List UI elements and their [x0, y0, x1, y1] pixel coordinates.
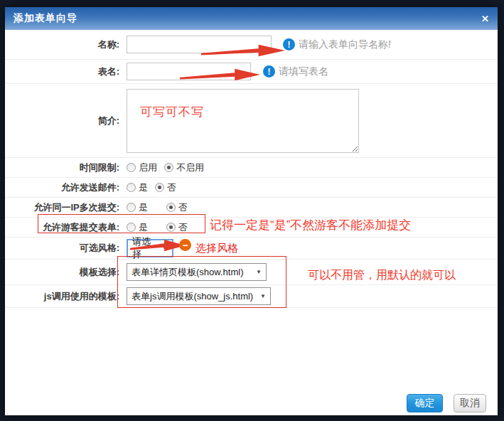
template-label: 模板选择: — [5, 266, 119, 279]
field-row-time-limit: 时间限制: 启用 不启用 — [5, 158, 498, 178]
guest-annotation-note: 记得一定是“是”不然游客不能添加提交 — [210, 217, 411, 233]
dialog-titlebar: 添加表单向导 ✕ — [5, 7, 498, 30]
annotation-arrow-icon — [180, 68, 260, 83]
info-icon: ! — [263, 65, 275, 78]
ok-button[interactable]: 确定 — [407, 394, 443, 412]
allow-multi-ip-label: 允许同一IP多次提交: — [5, 201, 119, 214]
js-template-label: js调用使用的模板: — [5, 290, 119, 303]
table-name-label: 表名: — [5, 65, 119, 78]
intro-annotation-note: 可写可不写 — [140, 104, 204, 120]
close-icon[interactable]: ✕ — [481, 14, 489, 23]
radio-label: 是 — [139, 201, 148, 214]
minus-circle-icon: − — [179, 239, 191, 251]
style-annotation-note: 选择风格 — [195, 242, 238, 255]
radio-label: 否 — [167, 181, 176, 194]
template-annotation-note: 可以不用管，用默认的就可以 — [308, 268, 456, 283]
intro-textarea[interactable] — [127, 89, 359, 153]
field-row-intro: 简介: — [5, 84, 498, 158]
guest-annotation-box — [38, 214, 205, 233]
style-label: 可选风格: — [5, 242, 119, 255]
radio-label: 否 — [178, 201, 188, 214]
annotation-arrow-icon — [201, 43, 285, 59]
radio-option-yes[interactable]: 是 — [127, 181, 148, 194]
allow-email-label: 允许发送邮件: — [5, 181, 119, 194]
radio-option-enable[interactable]: 启用 — [127, 161, 157, 174]
radio-icon[interactable] — [164, 163, 173, 172]
radio-icon[interactable] — [127, 183, 136, 192]
name-hint: 请输入表单向导名称! — [299, 38, 391, 51]
radio-option-no[interactable]: 否 — [155, 181, 176, 194]
intro-label: 简介: — [5, 114, 119, 127]
add-form-wizard-dialog: 添加表单向导 ✕ 名称: ! 请输入表单向导名称! 表名: ! 请填写表名 简介… — [5, 7, 498, 415]
annotation-arrow-icon — [130, 239, 187, 253]
cancel-button[interactable]: 取消 — [454, 394, 486, 412]
template-annotation-box — [117, 256, 286, 308]
radio-label: 是 — [139, 181, 148, 194]
radio-label: 启用 — [139, 161, 157, 174]
radio-option-yes[interactable]: 是 — [127, 201, 148, 214]
radio-option-no[interactable]: 否 — [166, 201, 188, 214]
radio-icon[interactable] — [127, 203, 136, 212]
radio-option-disable[interactable]: 不启用 — [164, 161, 204, 174]
table-name-hint: 请填写表名 — [279, 65, 328, 78]
name-label: 名称: — [5, 38, 119, 51]
radio-icon[interactable] — [155, 183, 164, 192]
radio-label: 不启用 — [176, 161, 204, 174]
field-row-allow-email: 允许发送邮件: 是 否 — [5, 178, 498, 198]
dialog-title: 添加表单向导 — [14, 12, 77, 25]
time-limit-label: 时间限制: — [5, 161, 119, 174]
radio-icon[interactable] — [166, 203, 176, 212]
radio-icon[interactable] — [127, 163, 136, 172]
